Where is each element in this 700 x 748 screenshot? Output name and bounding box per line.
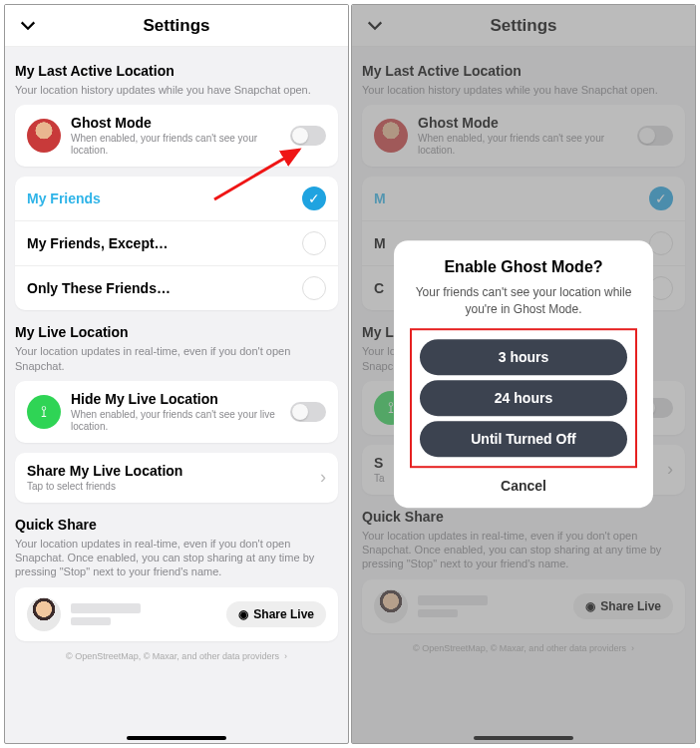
option-except[interactable]: My Friends, Except…: [15, 220, 338, 265]
row-title: Hide My Live Location: [71, 391, 280, 407]
footer-attribution[interactable]: © OpenStreetMap, © Maxar, and other data…: [15, 641, 338, 671]
back-chevron-icon[interactable]: [19, 17, 37, 35]
radio-icon: [302, 231, 326, 255]
section-subtitle: Your location history updates while you …: [15, 83, 338, 97]
row-subtitle: When enabled, your friends can't see you…: [71, 133, 280, 157]
section-subtitle: Your location updates in real-time, even…: [15, 344, 338, 373]
ghost-mode-row[interactable]: Ghost Mode When enabled, your friends ca…: [15, 105, 338, 167]
option-only[interactable]: Only These Friends…: [15, 265, 338, 310]
row-title: Ghost Mode: [71, 115, 280, 131]
row-title: My Friends, Except…: [27, 235, 292, 251]
share-live-button[interactable]: ◉ Share Live: [226, 601, 326, 627]
friend-row[interactable]: ◉ Share Live: [15, 587, 338, 641]
avatar-icon: [27, 119, 61, 153]
avatar-icon: [27, 597, 61, 631]
chevron-right-icon: ›: [320, 467, 326, 488]
map-pin-icon: ◉: [238, 607, 248, 621]
row-title: My Friends: [27, 190, 292, 206]
section-subtitle: Your location updates in real-time, even…: [15, 537, 338, 579]
check-icon: ✓: [302, 187, 326, 210]
duration-until-off-button[interactable]: Until Turned Off: [420, 421, 627, 457]
cancel-button[interactable]: Cancel: [410, 468, 637, 496]
phone-left: Settings My Last Active Location Your lo…: [4, 4, 349, 744]
redacted-name: [71, 603, 141, 613]
redacted-sub: [71, 617, 111, 625]
phone-right: Settings My Last Active Location Your lo…: [351, 4, 696, 744]
radio-icon: [302, 276, 326, 300]
page-title: Settings: [143, 16, 209, 36]
row-title: Only These Friends…: [27, 280, 292, 296]
share-live-card: Share My Live Location Tap to select fri…: [15, 453, 338, 503]
duration-3h-button[interactable]: 3 hours: [420, 339, 627, 375]
location-icon: ⟟: [27, 395, 61, 429]
hide-live-toggle[interactable]: [290, 402, 326, 422]
section-title: Quick Share: [15, 517, 338, 533]
modal-title: Enable Ghost Mode?: [410, 258, 637, 276]
duration-24h-button[interactable]: 24 hours: [420, 380, 627, 416]
visibility-card: My Friends ✓ My Friends, Except… Only Th…: [15, 177, 338, 310]
home-indicator: [127, 736, 226, 740]
modal-body: Your friends can't see your location whi…: [410, 284, 637, 318]
option-my-friends[interactable]: My Friends ✓: [15, 177, 338, 220]
hide-live-row[interactable]: ⟟ Hide My Live Location When enabled, yo…: [15, 381, 338, 443]
annotation-box: 3 hours 24 hours Until Turned Off: [410, 328, 637, 468]
share-live-row[interactable]: Share My Live Location Tap to select fri…: [15, 453, 338, 503]
header: Settings: [5, 5, 348, 47]
hide-live-card: ⟟ Hide My Live Location When enabled, yo…: [15, 381, 338, 443]
ghost-mode-modal: Enable Ghost Mode? Your friends can't se…: [394, 240, 653, 508]
row-subtitle: When enabled, your friends can't see you…: [71, 409, 280, 433]
row-title: Share My Live Location: [27, 463, 310, 479]
row-subtitle: Tap to select friends: [27, 481, 310, 493]
ghost-card: Ghost Mode When enabled, your friends ca…: [15, 105, 338, 167]
section-title: My Live Location: [15, 324, 338, 340]
quickshare-card: ◉ Share Live: [15, 587, 338, 641]
content: My Last Active Location Your location hi…: [5, 47, 348, 743]
ghost-toggle[interactable]: [290, 126, 326, 146]
section-title: My Last Active Location: [15, 63, 338, 79]
